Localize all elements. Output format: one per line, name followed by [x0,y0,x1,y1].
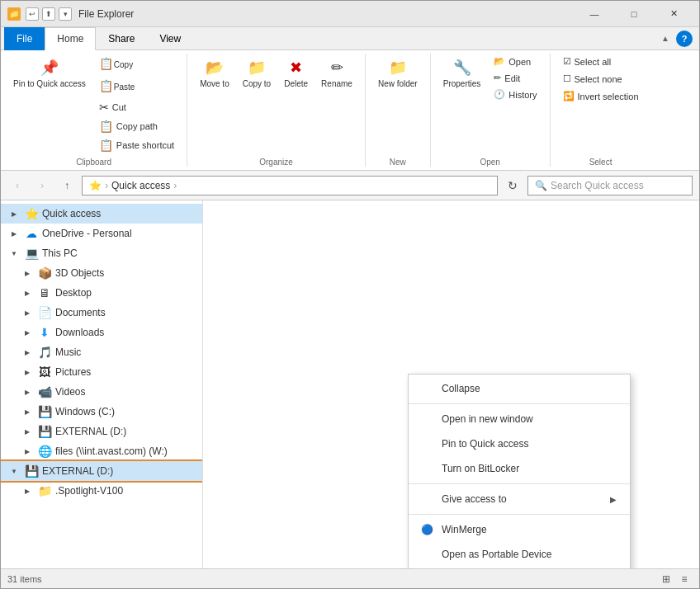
select-none-icon: ☐ [563,73,571,84]
file-explorer-window: ↩ ⬆ ▾ File Explorer — □ ✕ File Home Shar… [0,0,700,589]
qa-icon-1[interactable]: ↩ [26,7,39,21]
ctx-portable-icon [419,546,435,563]
ctx-open-window-icon [419,411,435,427]
quick-access-toolbar: ↩ ⬆ ▾ [26,7,72,21]
sidebar-label-desktop: Desktop [55,287,92,299]
ctx-winmerge[interactable]: 🔵 WinMerge [409,517,630,542]
cut-button[interactable]: ✂ Cut [93,98,180,116]
sidebar-icon-onedrive: ☁ [24,226,39,241]
rename-button[interactable]: ✏ Rename [315,54,358,92]
sidebar-label-videos: Videos [55,386,85,398]
new-folder-button[interactable]: 📁 New folder [372,54,423,92]
ctx-pin-quickaccess[interactable]: Pin to Quick access [409,431,630,456]
sidebar-item-thispc[interactable]: ▼ 💻 This PC [1,243,202,263]
organize-items: 📂 Move to 📁 Copy to ✖ Delete ✏ Rename [194,54,358,154]
ctx-give-access-icon [419,491,435,507]
sidebar-item-documents[interactable]: ▶ 📄 Documents [1,303,202,323]
sidebar-icon-videos: 📹 [37,384,52,399]
sidebar-label-downloads: Downloads [55,327,104,338]
history-button[interactable]: 🕐 History [488,87,542,102]
ctx-collapse-icon [419,380,435,397]
ctx-open-window[interactable]: Open in new window [409,407,630,431]
delete-icon: ✖ [286,58,306,78]
expand-icon-externald-expanded: ▼ [7,464,21,478]
content-area: Collapse Open in new window Pin to Quick… [203,200,699,568]
view-list-button[interactable]: ≡ [676,571,693,587]
ctx-bitlocker-label: Turn on BitLocker [442,463,617,474]
status-bar: 31 items ⊞ ≡ [1,568,699,588]
refresh-button[interactable]: ↻ [503,176,523,196]
back-button[interactable]: ‹ [7,176,27,196]
tab-share[interactable]: Share [96,27,147,50]
properties-icon: 🔧 [452,58,472,78]
ribbon-body: 📌 Pin to Quick access 📋 Copy 📋 Paste ✂ C… [1,50,699,171]
sidebar-item-spotlight[interactable]: ▶ 📁 .Spotlight-V100 [1,481,202,501]
ribbon-group-select: ☑ Select all ☐ Select none 🔁 Invert sele… [551,54,651,167]
delete-button[interactable]: ✖ Delete [278,54,314,92]
clipboard-items: 📌 Pin to Quick access 📋 Copy 📋 Paste ✂ C… [7,54,180,154]
copy-path-icon: 📋 [99,120,113,133]
ctx-portable-device[interactable]: Open as Portable Device [409,542,630,567]
edit-button[interactable]: ✏ Edit [488,70,542,86]
ctx-winmerge-icon: 🔵 [419,521,435,538]
ctx-collapse[interactable]: Collapse [409,376,630,401]
tab-home[interactable]: Home [45,27,96,50]
sidebar-item-externald-thispc[interactable]: ▶ 💾 EXTERNAL (D:) [1,422,202,441]
qa-icon-2[interactable]: ⬆ [42,7,55,21]
main-area: ▶ ⭐ Quick access ▶ ☁ OneDrive - Personal… [1,200,699,568]
expand-icon-3dobjects: ▶ [21,266,34,280]
sidebar-item-filesavast[interactable]: ▶ 🌐 files (\\int.avast.com) (W:) [1,441,202,461]
tab-view[interactable]: View [147,27,193,50]
ctx-pin-icon [419,436,435,452]
open-items: 🔧 Properties 📂 Open ✏ Edit 🕐 History [438,54,543,154]
item-count: 31 items [7,574,42,584]
open-button[interactable]: 📂 Open [488,54,542,69]
ctx-turn-bitlocker[interactable]: Turn on BitLocker [409,456,630,481]
ctx-7zip[interactable]: 7-Zip ▶ [409,567,630,568]
sidebar-item-3dobjects[interactable]: ▶ 📦 3D Objects [1,263,202,283]
move-to-button[interactable]: 📂 Move to [194,54,235,92]
maximize-button[interactable]: □ [615,4,653,24]
copy-button[interactable]: 📋 Copy [93,54,180,75]
view-grid-button[interactable]: ⊞ [658,571,674,587]
qa-dropdown[interactable]: ▾ [59,7,72,21]
tab-file[interactable]: File [4,27,45,50]
select-items: ☑ Select all ☐ Select none 🔁 Invert sele… [557,54,645,154]
minimize-button[interactable]: — [575,4,613,24]
sidebar-item-videos[interactable]: ▶ 📹 Videos [1,382,202,402]
sidebar-item-externald-expanded[interactable]: ▼ 💾 EXTERNAL (D:) [1,461,202,481]
sidebar-item-quickaccess[interactable]: ▶ ⭐ Quick access [1,204,202,224]
organize-label: Organize [259,158,293,167]
title-bar: ↩ ⬆ ▾ File Explorer — □ ✕ [1,1,699,27]
select-none-button[interactable]: ☐ Select none [557,71,628,87]
up-button[interactable]: ↑ [57,176,77,196]
pin-to-quick-access-button[interactable]: 📌 Pin to Quick access [7,54,92,93]
ctx-pin-label: Pin to Quick access [442,438,617,450]
rename-icon: ✏ [327,58,347,78]
ribbon-help-button[interactable]: ? [676,31,693,47]
expand-icon-desktop: ▶ [21,286,34,299]
copy-to-button[interactable]: 📁 Copy to [237,54,277,92]
sidebar-item-desktop[interactable]: ▶ 🖥 Desktop [1,283,202,303]
close-button[interactable]: ✕ [655,4,693,24]
ctx-give-access[interactable]: Give access to ▶ [409,487,630,511]
search-box[interactable]: 🔍 Search Quick access [527,176,693,196]
paste-button[interactable]: 📋 Paste [93,76,180,97]
paste-shortcut-button[interactable]: 📋 Paste shortcut [93,136,180,154]
properties-button[interactable]: 🔧 Properties [438,54,487,92]
expand-icon-windowsc: ▶ [21,405,34,418]
copy-path-button[interactable]: 📋 Copy path [93,117,180,135]
sidebar-item-onedrive[interactable]: ▶ ☁ OneDrive - Personal [1,224,202,243]
select-all-button[interactable]: ☑ Select all [557,54,617,69]
invert-selection-button[interactable]: 🔁 Invert selection [557,88,645,104]
sidebar-item-pictures[interactable]: ▶ 🖼 Pictures [1,362,202,382]
forward-button[interactable]: › [32,176,52,196]
address-path-bar[interactable]: ⭐ › Quick access › [82,176,498,196]
history-icon: 🕐 [494,89,505,100]
sidebar-icon-pictures: 🖼 [37,365,52,379]
invert-selection-icon: 🔁 [563,91,575,101]
expand-icon-onedrive: ▶ [7,227,21,240]
sidebar-item-music[interactable]: ▶ 🎵 Music [1,342,202,362]
sidebar-item-windowsc[interactable]: ▶ 💾 Windows (C:) [1,402,202,422]
sidebar-item-downloads[interactable]: ▶ ⬇ Downloads [1,323,202,342]
